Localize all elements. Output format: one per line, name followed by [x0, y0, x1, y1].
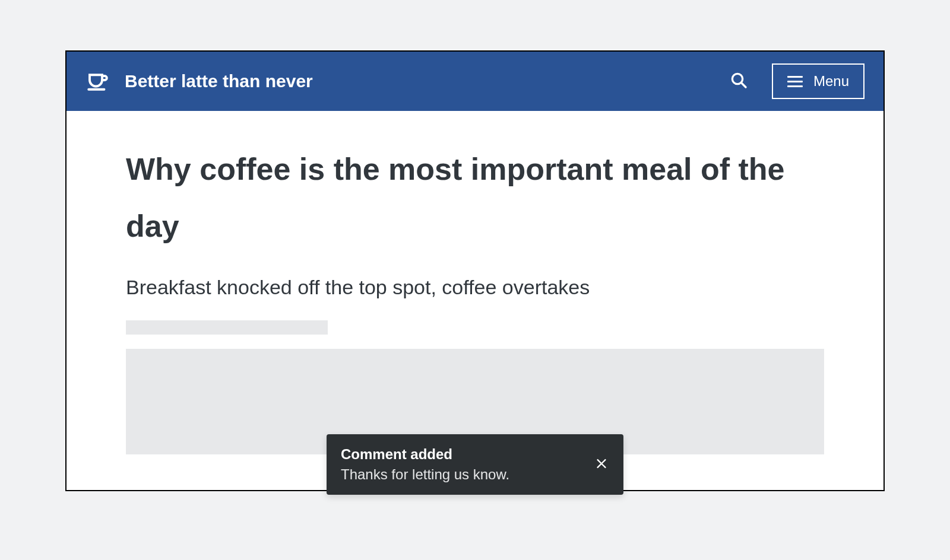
- toast-title: Comment added: [341, 446, 582, 463]
- content-placeholder-short: [126, 320, 328, 335]
- site-header: Better latte than never Menu: [66, 52, 884, 111]
- svg-line-2: [741, 82, 746, 87]
- toast-notification: Comment added Thanks for letting us know…: [327, 434, 623, 495]
- cup-icon: [86, 68, 110, 95]
- menu-button[interactable]: Menu: [772, 63, 864, 99]
- toast-close-button[interactable]: [590, 453, 613, 477]
- search-icon[interactable]: [729, 71, 748, 92]
- close-icon: [595, 457, 608, 472]
- menu-button-label: Menu: [813, 73, 849, 90]
- article-content: Why coffee is the most important meal of…: [66, 111, 884, 490]
- hamburger-icon: [787, 76, 803, 87]
- header-left: Better latte than never: [86, 68, 313, 95]
- app-window: Better latte than never Menu Why coffee …: [65, 50, 885, 491]
- article-title: Why coffee is the most important meal of…: [126, 141, 824, 254]
- header-right: Menu: [729, 63, 864, 99]
- toast-body: Thanks for letting us know.: [341, 466, 582, 483]
- article-subtitle: Breakfast knocked off the top spot, coff…: [126, 276, 824, 299]
- site-title: Better latte than never: [125, 71, 313, 91]
